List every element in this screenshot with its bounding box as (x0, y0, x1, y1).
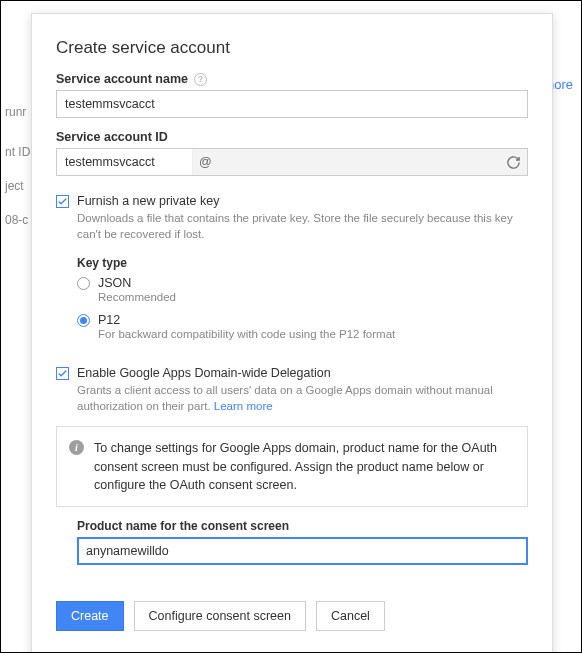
configure-consent-screen-button[interactable]: Configure consent screen (134, 601, 306, 631)
create-service-account-dialog: Create service account Service account n… (31, 13, 553, 653)
create-button[interactable]: Create (56, 601, 124, 631)
service-account-id-input[interactable]: testemmsvcacct (57, 149, 193, 175)
service-account-id-domain: @ (193, 149, 527, 175)
keytype-p12-helper: For backward compatibility with code usi… (98, 328, 528, 340)
keytype-json-helper: Recommended (98, 291, 528, 303)
service-account-name-label: Service account name ? (56, 72, 528, 86)
learn-more-link[interactable]: Learn more (214, 400, 273, 412)
service-account-id-row: testemmsvcacct @ (56, 148, 528, 176)
label-text: Service account ID (56, 130, 168, 144)
bg-text: ject (5, 179, 24, 193)
at-symbol: @ (199, 155, 212, 169)
delegation-checkbox[interactable] (56, 367, 69, 380)
bg-text: nt ID (5, 145, 30, 159)
keytype-json-label: JSON (98, 276, 131, 290)
consent-product-name-input[interactable] (77, 537, 528, 565)
keytype-p12-radio[interactable] (77, 314, 90, 327)
furnish-key-checkbox[interactable] (56, 195, 69, 208)
delegation-helper: Grants a client access to all users' dat… (77, 382, 528, 414)
label-text: Service account name (56, 72, 188, 86)
cancel-button[interactable]: Cancel (316, 601, 385, 631)
notice-text: To change settings for Google Apps domai… (94, 439, 515, 493)
notice-box: i To change settings for Google Apps dom… (56, 426, 528, 506)
keytype-title: Key type (77, 256, 528, 270)
refresh-icon[interactable] (506, 155, 521, 170)
info-icon: i (69, 440, 84, 455)
help-icon[interactable]: ? (194, 73, 207, 86)
delegation-label: Enable Google Apps Domain-wide Delegatio… (77, 366, 331, 380)
service-account-id-label: Service account ID (56, 130, 528, 144)
keytype-p12-label: P12 (98, 313, 120, 327)
service-account-name-input[interactable] (56, 90, 528, 118)
consent-product-name-label: Product name for the consent screen (77, 519, 528, 533)
bg-text: runr (5, 105, 26, 119)
delegation-helper-text: Grants a client access to all users' dat… (77, 384, 493, 412)
dialog-title: Create service account (56, 38, 528, 58)
furnish-key-helper: Downloads a file that contains the priva… (77, 210, 528, 242)
furnish-key-label: Furnish a new private key (77, 194, 219, 208)
keytype-json-radio[interactable] (77, 277, 90, 290)
bg-text: 08-c (5, 213, 28, 227)
